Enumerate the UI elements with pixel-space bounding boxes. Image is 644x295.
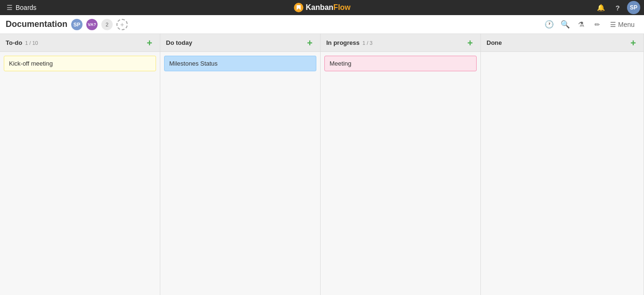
- logo-kanban: Kanban: [305, 3, 333, 11]
- topbar-right: 🔔 ? SP: [593, 0, 640, 15]
- search-icon: 🔍: [561, 20, 570, 29]
- column-inprogress-header: In progress 1 / 3 +: [321, 34, 480, 52]
- card-milestones-status-text: Milestones Status: [169, 60, 218, 67]
- help-icon: ?: [615, 4, 619, 12]
- add-card-todo-button[interactable]: +: [145, 37, 154, 49]
- menu-label: Menu: [618, 21, 635, 28]
- column-dotoday-title: Do today: [166, 39, 192, 46]
- user-avatar-button[interactable]: SP: [627, 1, 640, 14]
- menu-lines-icon: ☰: [610, 21, 616, 28]
- column-done-header: Done +: [481, 34, 644, 52]
- add-card-inprogress-button[interactable]: +: [465, 37, 475, 49]
- topbar-center: KanbanFlow: [293, 2, 350, 13]
- hamburger-icon: ☰: [7, 4, 13, 11]
- subheader-icons: 🕐 🔍 ⚗ ✏ ☰ Menu: [542, 17, 638, 32]
- kanbanflow-logo-icon: [293, 2, 304, 13]
- column-inprogress: In progress 1 / 3 + Meeting: [321, 34, 481, 295]
- member-sp-avatar[interactable]: SP: [71, 19, 83, 30]
- boards-label: Boards: [16, 4, 36, 11]
- column-inprogress-body: Meeting: [321, 52, 480, 295]
- help-button[interactable]: ?: [610, 0, 625, 15]
- edit-button[interactable]: ✏: [590, 17, 604, 32]
- history-icon: 🕐: [545, 20, 554, 29]
- member-va-avatar[interactable]: VA?: [86, 19, 98, 30]
- user-initials: SP: [630, 4, 637, 11]
- column-dotoday: Do today + Milestones Status: [160, 34, 321, 295]
- column-done: Done +: [481, 34, 644, 295]
- column-dotoday-title-group: Do today: [166, 39, 305, 46]
- card-milestones-status[interactable]: Milestones Status: [164, 56, 316, 71]
- column-done-title: Done: [487, 39, 502, 46]
- column-inprogress-count: 1 / 3: [363, 40, 372, 46]
- add-member-button[interactable]: +: [116, 19, 128, 30]
- search-button[interactable]: 🔍: [558, 17, 572, 32]
- subheader: Documentation SP VA? 2 + 🕐 🔍 ⚗ ✏ ☰ Menu: [0, 15, 644, 34]
- logo-flow: Flow: [333, 3, 350, 11]
- menu-button[interactable]: ☰ Menu: [606, 17, 638, 32]
- column-todo-count: 1 / 10: [25, 40, 38, 46]
- column-inprogress-title: In progress: [326, 39, 360, 46]
- add-member-icon: +: [120, 21, 124, 28]
- topbar: ☰ Boards KanbanFlow 🔔 ? SP: [0, 0, 644, 15]
- history-button[interactable]: 🕐: [542, 17, 556, 32]
- column-todo-title: To-do: [6, 39, 22, 46]
- edit-icon: ✏: [594, 21, 600, 28]
- column-todo-body: Kick-off meeting: [0, 52, 160, 295]
- card-kickoff-meeting-text: Kick-off meeting: [9, 60, 53, 67]
- topbar-left: ☰ Boards: [4, 0, 39, 15]
- column-done-title-group: Done: [487, 39, 628, 46]
- logo-text: KanbanFlow: [305, 3, 350, 12]
- add-card-dotoday-button[interactable]: +: [305, 37, 314, 49]
- column-dotoday-body: Milestones Status: [160, 52, 320, 295]
- card-meeting[interactable]: Meeting: [324, 56, 477, 71]
- notification-button[interactable]: 🔔: [593, 0, 608, 15]
- board: To-do 1 / 10 + Kick-off meeting Do today…: [0, 34, 644, 295]
- member-count-badge[interactable]: 2: [101, 19, 113, 30]
- filter-button[interactable]: ⚗: [574, 17, 588, 32]
- card-kickoff-meeting[interactable]: Kick-off meeting: [4, 56, 156, 71]
- column-todo: To-do 1 / 10 + Kick-off meeting: [0, 34, 160, 295]
- column-dotoday-header: Do today +: [160, 34, 320, 52]
- column-done-body: [481, 52, 644, 295]
- board-title: Documentation: [6, 19, 67, 29]
- column-todo-title-group: To-do 1 / 10: [6, 39, 145, 46]
- filter-icon: ⚗: [578, 20, 584, 29]
- boards-button[interactable]: ☰ Boards: [4, 0, 39, 15]
- column-todo-header: To-do 1 / 10 +: [0, 34, 160, 52]
- card-meeting-text: Meeting: [330, 60, 351, 67]
- notification-icon: 🔔: [597, 4, 605, 11]
- column-inprogress-title-group: In progress 1 / 3: [326, 39, 465, 46]
- add-card-done-button[interactable]: +: [628, 37, 638, 49]
